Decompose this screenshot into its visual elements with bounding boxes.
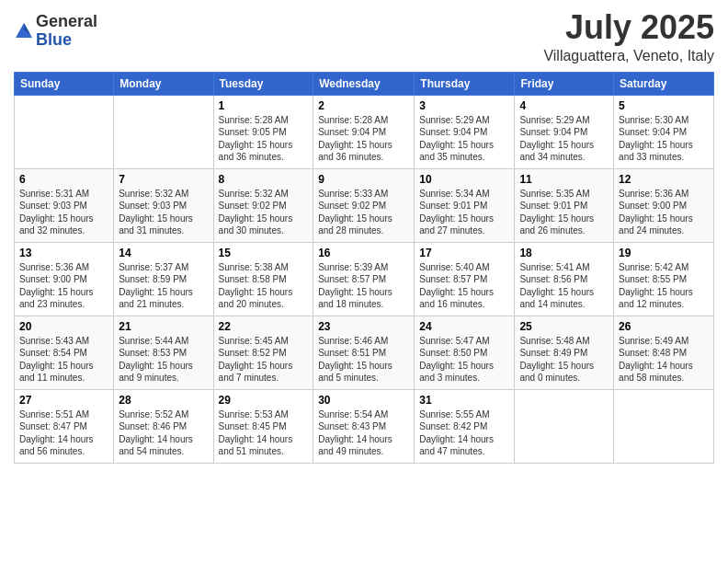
day-info: Sunrise: 5:37 AMSunset: 8:59 PMDaylight:…	[119, 261, 208, 311]
day-info: Sunrise: 5:33 AMSunset: 9:02 PMDaylight:…	[318, 188, 409, 237]
calendar-cell: 8Sunrise: 5:32 AMSunset: 9:02 PMDaylight…	[213, 168, 313, 242]
day-number: 1	[219, 99, 309, 112]
day-number: 2	[318, 99, 409, 112]
header-monday: Monday	[114, 72, 213, 95]
calendar-cell: 6Sunrise: 5:31 AMSunset: 9:03 PMDaylight…	[15, 168, 114, 242]
header-sunday: Sunday	[15, 72, 114, 95]
day-info: Sunrise: 5:35 AMSunset: 9:01 PMDaylight:…	[519, 188, 609, 237]
calendar-cell: 20Sunrise: 5:43 AMSunset: 8:54 PMDayligh…	[15, 316, 114, 389]
day-number: 16	[318, 247, 409, 259]
day-info: Sunrise: 5:32 AMSunset: 9:03 PMDaylight:…	[119, 188, 208, 237]
day-number: 28	[119, 394, 208, 407]
calendar-cell: 18Sunrise: 5:41 AMSunset: 8:56 PMDayligh…	[515, 242, 614, 316]
calendar-week-3: 13Sunrise: 5:36 AMSunset: 9:00 PMDayligh…	[15, 242, 714, 316]
day-number: 7	[119, 173, 208, 186]
header: General Blue July 2025 Villaguattera, Ve…	[14, 9, 714, 64]
calendar-week-1: 1Sunrise: 5:28 AMSunset: 9:05 PMDaylight…	[15, 95, 714, 168]
day-number: 27	[19, 394, 108, 407]
day-number: 23	[318, 320, 409, 333]
calendar-cell: 23Sunrise: 5:46 AMSunset: 8:51 PMDayligh…	[313, 316, 415, 389]
day-info: Sunrise: 5:36 AMSunset: 9:00 PMDaylight:…	[619, 188, 709, 237]
day-number: 13	[19, 247, 108, 259]
day-number: 4	[519, 99, 609, 112]
calendar-cell: 14Sunrise: 5:37 AMSunset: 8:59 PMDayligh…	[114, 242, 213, 316]
calendar-cell: 5Sunrise: 5:30 AMSunset: 9:04 PMDaylight…	[614, 95, 714, 168]
logo-general: General	[36, 13, 97, 31]
day-info: Sunrise: 5:46 AMSunset: 8:51 PMDaylight:…	[318, 335, 409, 385]
day-info: Sunrise: 5:48 AMSunset: 8:49 PMDaylight:…	[519, 335, 609, 385]
day-number: 19	[619, 247, 709, 259]
calendar-cell: 19Sunrise: 5:42 AMSunset: 8:55 PMDayligh…	[614, 242, 714, 316]
header-thursday: Thursday	[415, 72, 515, 95]
calendar-cell: 29Sunrise: 5:53 AMSunset: 8:45 PMDayligh…	[213, 389, 313, 463]
day-info: Sunrise: 5:28 AMSunset: 9:05 PMDaylight:…	[219, 114, 309, 164]
day-info: Sunrise: 5:43 AMSunset: 8:54 PMDaylight:…	[19, 335, 108, 385]
calendar-cell: 1Sunrise: 5:28 AMSunset: 9:05 PMDaylight…	[213, 95, 313, 168]
day-number: 6	[19, 173, 108, 186]
day-info: Sunrise: 5:31 AMSunset: 9:03 PMDaylight:…	[19, 188, 108, 237]
logo-text: General Blue	[36, 13, 97, 50]
calendar-week-5: 27Sunrise: 5:51 AMSunset: 8:47 PMDayligh…	[15, 389, 714, 463]
day-info: Sunrise: 5:51 AMSunset: 8:47 PMDaylight:…	[19, 408, 108, 458]
calendar-cell: 15Sunrise: 5:38 AMSunset: 8:58 PMDayligh…	[213, 242, 313, 316]
day-number: 30	[318, 394, 409, 407]
calendar-cell: 17Sunrise: 5:40 AMSunset: 8:57 PMDayligh…	[415, 242, 515, 316]
day-info: Sunrise: 5:40 AMSunset: 8:57 PMDaylight:…	[419, 261, 509, 311]
day-number: 25	[519, 320, 609, 333]
calendar-week-4: 20Sunrise: 5:43 AMSunset: 8:54 PMDayligh…	[15, 316, 714, 389]
day-number: 22	[219, 320, 309, 333]
day-info: Sunrise: 5:39 AMSunset: 8:57 PMDaylight:…	[318, 261, 409, 311]
day-number: 17	[419, 247, 509, 259]
calendar-cell: 27Sunrise: 5:51 AMSunset: 8:47 PMDayligh…	[15, 389, 114, 463]
calendar-cell	[15, 95, 114, 168]
title-area: July 2025 Villaguattera, Veneto, Italy	[543, 9, 714, 64]
day-number: 24	[419, 320, 509, 333]
calendar-table: Sunday Monday Tuesday Wednesday Thursday…	[14, 72, 714, 464]
day-info: Sunrise: 5:44 AMSunset: 8:53 PMDaylight:…	[119, 335, 208, 385]
day-number: 9	[318, 173, 409, 186]
calendar-cell: 30Sunrise: 5:54 AMSunset: 8:43 PMDayligh…	[313, 389, 415, 463]
header-saturday: Saturday	[614, 72, 714, 95]
month-title: July 2025	[543, 9, 714, 46]
calendar-cell: 2Sunrise: 5:28 AMSunset: 9:04 PMDaylight…	[313, 95, 415, 168]
calendar-cell: 12Sunrise: 5:36 AMSunset: 9:00 PMDayligh…	[614, 168, 714, 242]
day-info: Sunrise: 5:53 AMSunset: 8:45 PMDaylight:…	[219, 408, 309, 458]
day-number: 26	[619, 320, 709, 333]
day-info: Sunrise: 5:29 AMSunset: 9:04 PMDaylight:…	[519, 114, 609, 164]
day-number: 5	[619, 99, 709, 112]
day-info: Sunrise: 5:29 AMSunset: 9:04 PMDaylight:…	[419, 114, 509, 164]
day-number: 15	[219, 247, 309, 259]
calendar-cell: 3Sunrise: 5:29 AMSunset: 9:04 PMDaylight…	[415, 95, 515, 168]
header-tuesday: Tuesday	[213, 72, 313, 95]
day-number: 31	[419, 394, 509, 407]
day-number: 3	[419, 99, 509, 112]
calendar-cell: 28Sunrise: 5:52 AMSunset: 8:46 PMDayligh…	[114, 389, 213, 463]
calendar-cell: 4Sunrise: 5:29 AMSunset: 9:04 PMDaylight…	[515, 95, 614, 168]
day-info: Sunrise: 5:28 AMSunset: 9:04 PMDaylight:…	[318, 114, 409, 164]
day-number: 12	[619, 173, 709, 186]
calendar-cell: 16Sunrise: 5:39 AMSunset: 8:57 PMDayligh…	[313, 242, 415, 316]
calendar-cell	[114, 95, 213, 168]
location-title: Villaguattera, Veneto, Italy	[543, 48, 714, 64]
logo: General Blue	[14, 13, 97, 50]
day-number: 21	[119, 320, 208, 333]
calendar-cell: 21Sunrise: 5:44 AMSunset: 8:53 PMDayligh…	[114, 316, 213, 389]
calendar-page: General Blue July 2025 Villaguattera, Ve…	[0, 0, 728, 563]
calendar-cell: 7Sunrise: 5:32 AMSunset: 9:03 PMDaylight…	[114, 168, 213, 242]
day-number: 14	[119, 247, 208, 259]
day-number: 18	[519, 247, 609, 259]
day-info: Sunrise: 5:38 AMSunset: 8:58 PMDaylight:…	[219, 261, 309, 311]
day-number: 29	[219, 394, 309, 407]
day-number: 11	[519, 173, 609, 186]
day-number: 10	[419, 173, 509, 186]
calendar-cell: 10Sunrise: 5:34 AMSunset: 9:01 PMDayligh…	[415, 168, 515, 242]
calendar-cell: 24Sunrise: 5:47 AMSunset: 8:50 PMDayligh…	[415, 316, 515, 389]
day-info: Sunrise: 5:32 AMSunset: 9:02 PMDaylight:…	[219, 188, 309, 237]
logo-blue: Blue	[36, 31, 97, 50]
day-info: Sunrise: 5:34 AMSunset: 9:01 PMDaylight:…	[419, 188, 509, 237]
day-info: Sunrise: 5:54 AMSunset: 8:43 PMDaylight:…	[318, 408, 409, 458]
day-info: Sunrise: 5:36 AMSunset: 9:00 PMDaylight:…	[19, 261, 108, 311]
day-info: Sunrise: 5:49 AMSunset: 8:48 PMDaylight:…	[619, 335, 709, 385]
calendar-cell	[614, 389, 714, 463]
calendar-cell: 25Sunrise: 5:48 AMSunset: 8:49 PMDayligh…	[515, 316, 614, 389]
